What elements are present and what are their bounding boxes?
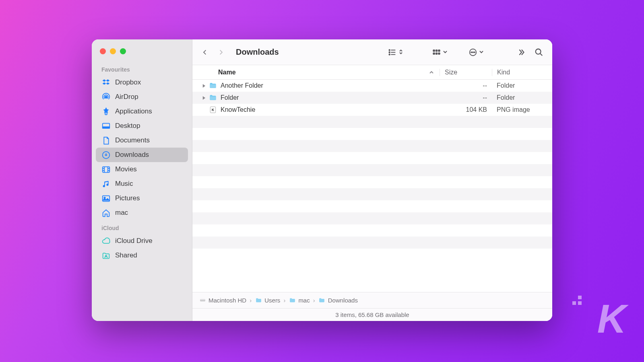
svg-rect-16 [436,52,438,54]
sidebar-item-label: Documents [115,136,150,144]
svg-rect-5 [102,167,109,172]
finder-window: Favourites Dropbox AirDrop Applications … [92,39,552,321]
sidebar-section-icloud: iCloud [96,223,188,234]
svg-rect-3 [102,127,109,128]
logo-k: K [597,296,624,342]
sidebar-section-favourites: Favourites [96,65,188,75]
path-downloads[interactable]: Downloads [318,297,358,304]
path-mac[interactable]: mac [289,297,310,304]
folder-icon [208,93,217,102]
svg-point-10 [389,51,390,53]
empty-rows [192,116,552,261]
file-kind: PNG image [492,106,552,113]
home-icon [101,208,110,217]
path-separator-icon: › [283,297,285,304]
sort-indicator-icon[interactable] [423,70,440,75]
maximize-window-button[interactable] [120,48,126,54]
minimize-window-button[interactable] [110,48,116,54]
sidebar-item-desktop[interactable]: Desktop [96,119,188,133]
path-label: Users [264,297,280,304]
svg-point-0 [105,96,107,98]
documents-icon [101,136,110,145]
svg-point-19 [471,51,472,52]
forward-button[interactable] [215,46,227,58]
svg-text:K: K [212,108,214,112]
file-name: Folder [221,94,440,101]
folder-icon [318,297,326,304]
sidebar-item-movies[interactable]: Movies [96,162,188,177]
file-list: Another Folder -- Folder Folder -- Folde… [192,80,552,292]
sidebar-item-label: Downloads [115,151,149,159]
svg-point-1 [105,113,107,115]
path-label: mac [298,297,310,304]
sidebar-item-home[interactable]: mac [96,206,188,220]
sidebar: Favourites Dropbox AirDrop Applications … [92,39,192,321]
file-size: -- [440,94,492,101]
chevron-down-icon [443,49,448,56]
shared-folder-icon [101,251,110,260]
folder-icon [289,297,296,304]
file-row[interactable]: K KnowTechie 104 KB PNG image [192,104,552,116]
view-list-button[interactable] [386,46,406,58]
path-bar: Macintosh HD › Users › mac › Downloads [192,292,552,308]
logo-dots [572,296,584,308]
sidebar-item-documents[interactable]: Documents [96,133,188,148]
svg-point-11 [389,54,390,55]
movies-icon [101,165,110,174]
file-row[interactable]: Another Folder -- Folder [192,80,552,92]
file-size: -- [440,82,492,89]
svg-rect-17 [438,52,440,54]
sidebar-item-label: Applications [115,107,152,115]
column-name[interactable]: Name [192,69,423,76]
file-kind: Folder [492,94,552,101]
window-controls [96,47,188,62]
column-size[interactable]: Size [440,69,492,76]
back-button[interactable] [199,46,211,58]
search-button[interactable] [532,46,546,58]
pictures-icon [101,194,110,203]
cloud-icon [101,237,110,245]
disk-icon [199,297,206,304]
file-name: Another Folder [221,82,440,89]
file-name: KnowTechie [221,106,440,113]
path-separator-icon: › [250,297,252,304]
toolbar: Downloads [192,39,552,65]
svg-rect-12 [433,49,435,51]
disclosure-triangle-icon[interactable] [199,96,208,100]
sidebar-item-icloud-drive[interactable]: iCloud Drive [96,234,188,248]
column-header: Name Size Kind [192,65,552,80]
dropbox-icon [101,78,110,87]
sidebar-item-dropbox[interactable]: Dropbox [96,75,188,90]
actions-menu-button[interactable] [466,46,486,58]
path-users[interactable]: Users [255,297,280,304]
disclosure-triangle-icon[interactable] [199,84,208,88]
path-macintosh-hd[interactable]: Macintosh HD [199,297,246,304]
svg-rect-13 [436,49,438,51]
svg-point-21 [474,51,475,52]
group-by-button[interactable] [430,46,450,58]
status-text: 3 items, 65.68 GB available [335,311,409,318]
updown-icon [398,49,403,56]
main-content: Downloads [192,39,552,321]
sidebar-item-label: Movies [115,165,137,173]
sidebar-item-airdrop[interactable]: AirDrop [96,90,188,104]
path-label: Downloads [328,297,358,304]
file-size: 104 KB [440,106,492,113]
close-window-button[interactable] [100,48,106,54]
chevron-down-icon [479,49,484,56]
folder-icon [255,297,262,304]
sidebar-item-label: Pictures [115,194,140,202]
svg-rect-15 [433,52,435,54]
file-row[interactable]: Folder -- Folder [192,92,552,104]
sidebar-item-pictures[interactable]: Pictures [96,191,188,206]
sidebar-item-downloads[interactable]: Downloads [96,148,188,162]
toolbar-overflow-button[interactable] [514,46,528,58]
sidebar-item-label: Dropbox [115,78,141,86]
path-label: Macintosh HD [208,297,246,304]
sidebar-item-label: Shared [115,251,137,259]
sidebar-item-label: Music [115,180,133,188]
sidebar-item-music[interactable]: Music [96,177,188,191]
column-kind[interactable]: Kind [492,69,552,76]
sidebar-item-applications[interactable]: Applications [96,104,188,119]
sidebar-item-shared[interactable]: Shared [96,248,188,263]
